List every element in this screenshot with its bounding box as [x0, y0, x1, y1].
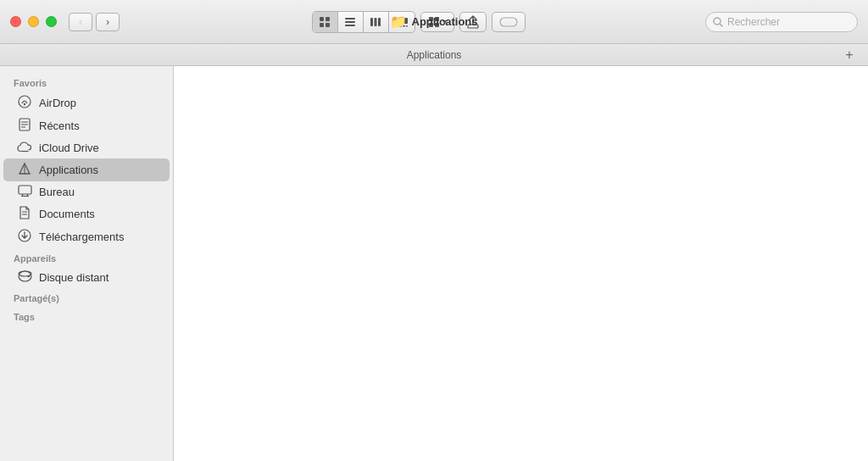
svg-line-22 [721, 24, 723, 26]
sidebar-section-label: Tags [0, 307, 173, 325]
disque-distant-icon [17, 270, 32, 285]
sidebar-section-label: Partagé(s) [0, 288, 173, 307]
sidebar-item-icloud[interactable]: iCloud Drive [3, 137, 170, 158]
sidebar-item-label-documents: Documents [39, 208, 95, 220]
recents-icon [17, 118, 32, 134]
bureau-icon [17, 185, 32, 199]
sidebar: Favoris AirDrop Récents iCloud Drive App… [0, 66, 174, 461]
main-area: Favoris AirDrop Récents iCloud Drive App… [0, 66, 868, 461]
sidebar-item-label-telechargements: Téléchargements [39, 230, 124, 243]
sidebar-item-label-recents: Récents [39, 119, 80, 132]
svg-point-23 [19, 96, 31, 108]
nav-buttons: ‹ › [69, 13, 120, 31]
breadcrumb-bar: Applications + [0, 44, 868, 66]
sidebar-item-bureau[interactable]: Bureau [3, 181, 170, 203]
sidebar-item-documents[interactable]: Documents [3, 203, 170, 225]
svg-rect-20 [500, 18, 517, 26]
svg-rect-2 [320, 23, 324, 27]
list-view-btn[interactable] [338, 12, 364, 32]
breadcrumb: Applications [292, 49, 575, 61]
sidebar-item-telechargements[interactable]: Téléchargements [3, 225, 170, 248]
icloud-icon [17, 141, 32, 155]
svg-point-21 [714, 18, 721, 25]
minimize-button[interactable] [28, 16, 39, 27]
tag-button[interactable] [492, 12, 526, 32]
airdrop-icon [17, 95, 32, 111]
close-button[interactable] [10, 16, 21, 27]
sidebar-item-label-icloud: iCloud Drive [39, 142, 99, 154]
window-title: 📁 Applications [390, 14, 477, 30]
content-area [174, 66, 868, 461]
forward-button[interactable]: › [96, 13, 120, 31]
sidebar-item-label-applications: Applications [39, 164, 98, 176]
sidebar-item-label-disque-distant: Disque distant [39, 271, 108, 284]
sidebar-item-disque-distant[interactable]: Disque distant [3, 267, 170, 288]
svg-rect-4 [345, 18, 355, 19]
svg-rect-3 [326, 23, 330, 27]
sidebar-item-recents[interactable]: Récents [3, 114, 170, 137]
svg-rect-1 [326, 17, 330, 21]
maximize-button[interactable] [46, 16, 57, 27]
traffic-lights [10, 16, 57, 27]
svg-rect-8 [375, 18, 377, 26]
back-button[interactable]: ‹ [69, 13, 92, 31]
documents-icon [17, 206, 32, 222]
sidebar-section-label: Favoris [0, 73, 173, 92]
titlebar: ‹ › [0, 0, 868, 44]
svg-point-39 [27, 275, 29, 277]
sidebar-item-airdrop[interactable]: AirDrop [3, 92, 170, 114]
column-view-btn[interactable] [364, 12, 389, 32]
sidebar-section-label: Appareils [0, 248, 173, 267]
svg-rect-5 [345, 21, 355, 23]
svg-point-24 [24, 103, 25, 105]
search-placeholder: Rechercher [727, 16, 780, 28]
applications-icon [17, 162, 32, 178]
svg-rect-9 [378, 18, 381, 26]
search-bar[interactable]: Rechercher [705, 12, 858, 32]
svg-rect-7 [370, 18, 373, 26]
svg-rect-30 [19, 186, 31, 194]
add-button[interactable]: + [841, 47, 858, 64]
sidebar-item-label-bureau: Bureau [39, 186, 75, 198]
sidebar-item-applications[interactable]: Applications [3, 158, 170, 181]
svg-rect-0 [320, 17, 324, 21]
sidebar-item-label-airdrop: AirDrop [39, 97, 76, 109]
icon-view-btn[interactable] [313, 12, 338, 32]
svg-rect-6 [345, 25, 355, 26]
telechargements-icon [17, 229, 32, 245]
